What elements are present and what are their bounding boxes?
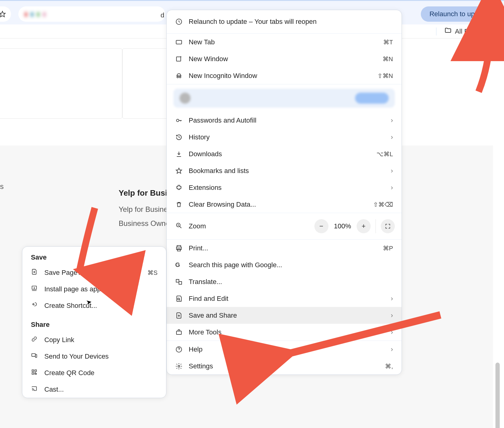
profile-row-blurred[interactable] (173, 89, 395, 108)
shortcut-icon (31, 301, 44, 310)
relaunch-label: Relaunch to update (429, 10, 488, 18)
download-icon (175, 150, 189, 158)
svg-rect-2 (176, 40, 182, 44)
divider (436, 28, 436, 35)
print-icon (175, 245, 189, 252)
devices-icon (31, 352, 44, 361)
submenu-item-send-devices[interactable]: Send to Your Devices (22, 348, 166, 365)
submenu-heading-share: Share (22, 314, 166, 332)
chevron-right-icon: › (391, 345, 393, 353)
trash-icon (175, 201, 189, 208)
star-icon (175, 167, 189, 175)
svg-point-17 (178, 365, 180, 367)
svg-rect-19 (32, 354, 35, 356)
zoom-icon (175, 222, 189, 231)
fullscreen-button[interactable] (381, 219, 395, 233)
car-icon: 🚗 (0, 84, 113, 97)
menu-item-zoom: Zoom − 100% + (167, 213, 402, 239)
menu-item-search-google[interactable]: G Search this page with Google... (167, 256, 402, 273)
submenu-item-qr-code[interactable]: Create QR Code (22, 365, 166, 381)
save-share-icon (175, 312, 189, 319)
svg-rect-21 (32, 370, 34, 372)
menu-item-incognito[interactable]: New Incognito Window ⇧⌘N (167, 67, 402, 84)
svg-rect-22 (35, 370, 37, 372)
zoom-in-button[interactable]: + (357, 219, 371, 233)
svg-point-5 (180, 76, 181, 78)
page-scrollbar[interactable] (495, 363, 500, 428)
menu-item-new-tab[interactable]: New Tab ⌘T (167, 34, 402, 50)
menu-item-find[interactable]: Find and Edit › (167, 290, 402, 307)
chevron-right-icon: › (391, 167, 393, 175)
svg-rect-20 (35, 354, 37, 357)
submenu-item-create-shortcut[interactable]: Create Shortcut... (22, 297, 166, 314)
submenu-heading-save: Save (22, 247, 166, 264)
address-blurred-content: ▮▮▮▮ (24, 9, 147, 19)
footer-link[interactable]: Cost Guides (0, 182, 4, 191)
chevron-right-icon: › (391, 328, 393, 336)
menu-item-settings[interactable]: Settings ⌘, (167, 358, 402, 374)
find-icon (175, 295, 189, 302)
key-icon (175, 117, 189, 124)
address-text-fragment: d (161, 11, 164, 19)
relaunch-to-update-button[interactable]: Relaunch to update (421, 6, 501, 22)
zoom-out-button[interactable]: − (314, 219, 328, 233)
svg-rect-12 (176, 279, 179, 282)
svg-rect-23 (32, 373, 34, 374)
menu-item-new-window[interactable]: New Window ⌘N (167, 50, 402, 67)
menu-item-relaunch[interactable]: Relaunch to update – Your tabs will reop… (167, 10, 402, 33)
gear-icon (175, 363, 189, 370)
svg-marker-0 (0, 11, 5, 17)
chrome-main-menu: Relaunch to update – Your tabs will reop… (166, 10, 402, 375)
menu-item-downloads[interactable]: Downloads ⌥⌘L (167, 146, 402, 162)
category-card-automotive[interactable]: 🚗 Automotive (0, 48, 122, 119)
chevron-right-icon: › (391, 184, 393, 192)
kebab-menu-icon[interactable] (493, 11, 494, 18)
svg-rect-3 (176, 57, 181, 61)
menu-item-translate[interactable]: Translate... (167, 273, 402, 290)
chevron-right-icon: › (391, 295, 393, 303)
save-page-icon (31, 268, 44, 277)
tab-icon (175, 39, 189, 46)
puzzle-icon (175, 184, 189, 191)
translate-icon (175, 278, 189, 286)
menu-item-clear-data[interactable]: Clear Browsing Data... ⇧⌘⌫ (167, 196, 402, 213)
menu-item-print[interactable]: Print... ⌘P (167, 240, 402, 256)
category-label: Automotive (0, 100, 113, 109)
menu-item-extensions[interactable]: Extensions › (167, 179, 402, 196)
toolbox-icon (175, 329, 189, 336)
menu-label: Relaunch to update – Your tabs will reop… (189, 18, 393, 26)
google-icon: G (175, 261, 189, 268)
menu-item-history[interactable]: History › (167, 129, 402, 146)
all-bookmarks-button[interactable]: All Bookmarks (444, 27, 498, 36)
incognito-icon (175, 72, 189, 79)
chevron-right-icon: › (391, 312, 393, 319)
new-window-icon (175, 55, 189, 63)
submenu-item-cast[interactable]: Cast... (22, 381, 166, 398)
menu-item-help[interactable]: Help › (167, 341, 402, 358)
help-icon (175, 346, 189, 353)
menu-item-passwords[interactable]: Passwords and Autofill › (167, 112, 402, 129)
chevron-right-icon: › (391, 133, 393, 141)
submenu-item-save-page-as[interactable]: Save Page As... ⌘S (22, 264, 166, 281)
svg-point-6 (176, 119, 179, 122)
install-app-icon (31, 285, 44, 293)
svg-point-14 (178, 298, 180, 300)
zoom-level: 100% (334, 222, 351, 230)
update-icon (175, 18, 189, 25)
chevron-right-icon: › (391, 116, 393, 124)
svg-marker-7 (176, 168, 182, 173)
all-bookmarks-label: All Bookmarks (455, 28, 498, 35)
menu-item-more-tools[interactable]: More Tools › (167, 324, 402, 341)
svg-rect-15 (176, 331, 181, 334)
cast-icon (31, 385, 44, 394)
history-icon (175, 134, 189, 141)
folder-icon (444, 27, 452, 36)
submenu-item-copy-link[interactable]: Copy Link (22, 332, 166, 348)
svg-rect-13 (179, 282, 182, 284)
menu-item-bookmarks[interactable]: Bookmarks and lists › (167, 162, 402, 179)
bookmark-star-button[interactable] (0, 6, 11, 22)
qr-icon (31, 369, 44, 377)
svg-point-4 (177, 76, 179, 78)
menu-item-save-share[interactable]: Save and Share › (167, 307, 402, 324)
submenu-item-install-app[interactable]: Install page as app... (22, 281, 166, 297)
